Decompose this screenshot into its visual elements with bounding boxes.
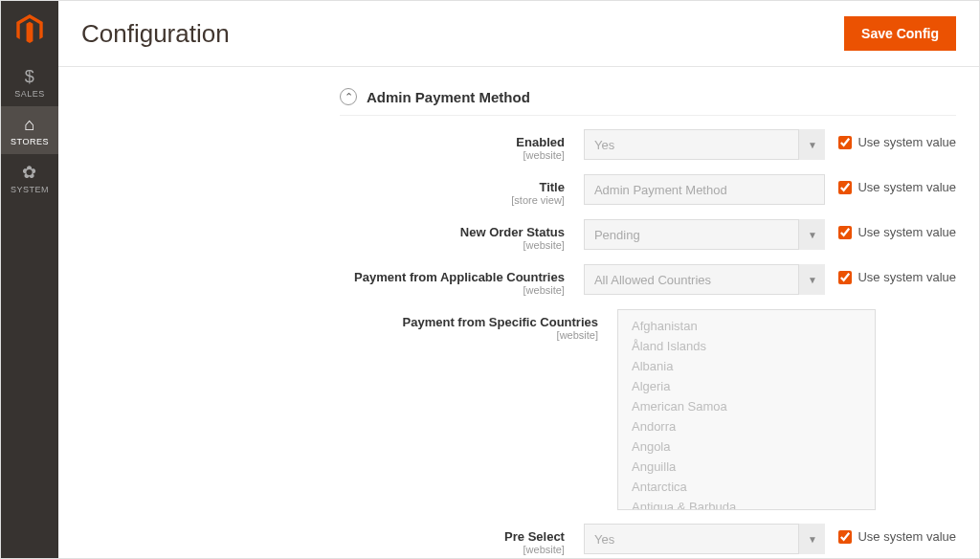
magento-logo[interactable] — [1, 1, 58, 58]
row-enabled: Enabled [website] ▼ Use system value — [81, 129, 956, 161]
applicable-countries-select — [584, 264, 825, 295]
title-input — [584, 174, 825, 205]
form-rows: Enabled [website] ▼ Use system value — [81, 129, 956, 558]
nav-item-sales[interactable]: $ SALES — [1, 58, 58, 106]
use-system-label: Use system value — [858, 180, 956, 194]
use-system-checkbox[interactable] — [838, 530, 852, 544]
field-label: New Order Status — [460, 225, 565, 239]
field-label: Payment from Applicable Countries — [354, 270, 565, 284]
page-header: Configuration Save Config — [58, 1, 979, 67]
country-option[interactable]: American Samoa — [618, 396, 875, 416]
field-scope: [website] — [81, 329, 598, 341]
section-admin-payment-method: ⌃ Admin Payment Method — [340, 88, 956, 116]
field-scope: [website] — [81, 284, 565, 296]
use-system-value[interactable]: Use system value — [825, 129, 956, 149]
nav-item-system[interactable]: ✿ SYSTEM — [1, 154, 58, 202]
country-option[interactable]: Antigua & Barbuda — [618, 497, 875, 510]
chevron-up-icon: ⌃ — [340, 88, 357, 105]
nav-label: SALES — [1, 89, 58, 99]
section-title: Admin Payment Method — [367, 89, 530, 105]
use-system-label: Use system value — [858, 270, 956, 284]
use-system-value[interactable]: Use system value — [825, 174, 956, 194]
nav-item-stores[interactable]: ⌂ STORES — [1, 106, 58, 154]
nav-label: STORES — [1, 137, 58, 146]
use-system-label: Use system value — [858, 135, 956, 149]
gear-icon: ✿ — [1, 164, 58, 181]
save-config-button[interactable]: Save Config — [844, 16, 956, 51]
country-option[interactable]: Åland Islands — [618, 336, 875, 356]
section-toggle[interactable]: ⌃ Admin Payment Method — [340, 88, 956, 105]
page-title: Configuration — [81, 19, 230, 49]
enabled-select — [584, 129, 825, 160]
field-scope: [website] — [81, 149, 565, 161]
use-system-checkbox[interactable] — [838, 136, 852, 149]
use-system-checkbox[interactable] — [838, 271, 852, 284]
field-label: Enabled — [516, 135, 565, 149]
field-label: Title — [539, 180, 565, 194]
country-option[interactable]: Anguilla — [618, 457, 875, 477]
nav-label: SYSTEM — [1, 185, 58, 194]
new-order-status-select — [584, 219, 825, 250]
field-label: Payment from Specific Countries — [403, 315, 598, 329]
use-system-label: Use system value — [858, 225, 956, 239]
country-option[interactable]: Angola — [618, 436, 875, 457]
use-system-checkbox[interactable] — [838, 181, 852, 194]
field-scope: [website] — [81, 239, 565, 251]
country-option[interactable]: Algeria — [618, 376, 875, 396]
use-system-value[interactable]: Use system value — [825, 219, 956, 239]
country-option[interactable]: Afghanistan — [618, 316, 875, 336]
row-new-order-status: New Order Status [website] ▼ Use system … — [81, 219, 956, 251]
country-option[interactable]: Andorra — [618, 416, 875, 436]
country-option[interactable]: Albania — [618, 356, 875, 376]
use-system-label: Use system value — [858, 529, 956, 544]
row-specific-countries: Payment from Specific Countries [website… — [81, 309, 956, 510]
row-applicable-countries: Payment from Applicable Countries [websi… — [81, 264, 956, 296]
field-scope: [website] — [81, 544, 565, 555]
use-system-value[interactable]: Use system value — [825, 524, 956, 544]
field-scope: [store view] — [81, 194, 565, 206]
row-title: Title [store view] Use system value — [81, 174, 956, 206]
main-column: Configuration Save Config ⌃ Admin Paymen… — [58, 1, 979, 558]
magento-logo-icon — [16, 14, 43, 45]
pre-select-select — [584, 524, 825, 554]
country-option[interactable]: Antarctica — [618, 477, 875, 497]
dollar-icon: $ — [1, 68, 58, 85]
admin-sidebar: $ SALES ⌂ STORES ✿ SYSTEM — [1, 1, 58, 558]
config-body: ⌃ Admin Payment Method Enabled [website]… — [58, 67, 979, 558]
storefront-icon: ⌂ — [1, 116, 58, 133]
use-system-checkbox[interactable] — [838, 226, 852, 239]
field-label: Pre Select — [504, 529, 565, 544]
specific-countries-multiselect[interactable]: AfghanistanÅland IslandsAlbaniaAlgeriaAm… — [617, 309, 876, 510]
row-pre-select: Pre Select [website] ▼ Use system value — [81, 524, 956, 555]
use-system-value[interactable]: Use system value — [825, 264, 956, 284]
